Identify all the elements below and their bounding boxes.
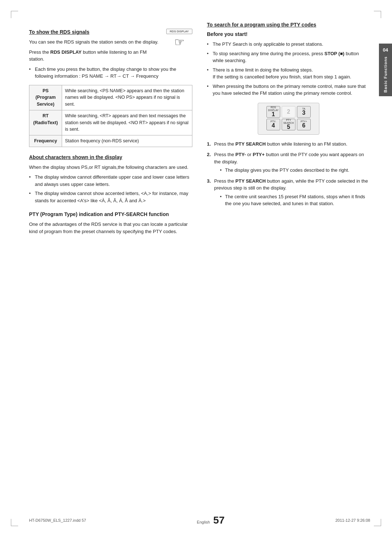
rds-display-bold: RDS DISPLAY: [50, 49, 82, 55]
page-number: 57: [213, 514, 225, 526]
before-start-heading: Before you start!: [207, 31, 370, 37]
table-label-freq: Frequency: [29, 135, 62, 147]
step3-num: 3.: [207, 178, 211, 185]
before-start-bullets: The PTY Search is only applicable to pre…: [207, 41, 370, 97]
step3-sub1: The centre unit searches 15 preset FM st…: [220, 193, 370, 207]
pty-steps-list: 1. Press the PTY SEARCH button while lis…: [207, 141, 370, 207]
remote-btn-4: PTY- 4: [266, 119, 280, 130]
step2-subbullets: The display gives you the PTY codes desc…: [214, 167, 370, 174]
pty-heading-text: PTY (Program Type) indication and PTY-SE…: [29, 211, 169, 217]
remote-btn3-num: 3: [302, 110, 306, 116]
pty-step3: 3. Press the PTY SEARCH button again, wh…: [207, 178, 370, 207]
remote-btn2-num: 2: [287, 109, 290, 115]
step3-subbullets: The centre unit searches 15 preset FM st…: [214, 193, 370, 207]
remote-btn6-num: 6: [302, 123, 306, 129]
step2-bold1: PTY-: [236, 152, 246, 157]
remote-btn-6: PTY+ 6: [297, 119, 311, 130]
rds-display-illustration: RDS DISPLAY ☞: [166, 29, 192, 49]
before-bullet4: When pressing the buttons on the primary…: [207, 83, 370, 97]
rds-table: PS(ProgramService) While searching, <PS …: [29, 85, 192, 147]
characters-para1: When the display shows PS,or RT signals,…: [29, 164, 192, 171]
remote-row1: RDS DISPLAY 1 2 TA 3: [261, 106, 316, 118]
step2-sub1: The display gives you the PTY codes desc…: [220, 167, 370, 174]
page-language: English: [197, 520, 210, 524]
characters-heading: About characters shown in the display: [29, 154, 192, 160]
table-row-rt: RT(RadioText) While searching, <RT> appe…: [29, 110, 192, 135]
page-language-number: English 57: [197, 514, 224, 526]
table-label-ps: PS(ProgramService): [29, 85, 62, 110]
remote-btn5-label: PTY SEARCH: [282, 119, 295, 124]
characters-section: About characters shown in the display Wh…: [29, 154, 192, 204]
rds-signals-section: To show the RDS signals You can see the …: [29, 29, 192, 147]
before-you-start-section: Before you start! The PTY Search is only…: [207, 31, 370, 97]
table-desc-rt: While searching, <RT> appears and then t…: [62, 110, 192, 135]
rds-bullet1: Each time you press the button, the disp…: [29, 66, 192, 80]
rds-display-label: RDS DISPLAY: [166, 29, 192, 34]
table-desc-ps: While searching, <PS NAME> appears and t…: [62, 85, 192, 110]
remote-btn1-num: 1: [272, 111, 275, 117]
table-row-freq: Frequency Station frequency (non-RDS ser…: [29, 135, 192, 147]
pty-step2: 2. Press the PTY- or PTY+ button until t…: [207, 151, 370, 174]
rds-para2: Press the RDS DISPLAY button while liste…: [29, 49, 192, 63]
remote-btn5-num: 5: [287, 124, 290, 130]
pty-heading: PTY (Program Type) indication and PTY-SE…: [29, 211, 192, 217]
step1-bold: PTY SEARCH: [236, 141, 266, 147]
step2-num: 2.: [207, 151, 211, 158]
pty-section: PTY (Program Type) indication and PTY-SE…: [29, 211, 192, 235]
before-bullet2: To stop searching any time during the pr…: [207, 50, 370, 64]
step1-num: 1.: [207, 141, 211, 148]
before-bullet1: The PTY Search is only applicable to pre…: [207, 41, 370, 48]
left-column: To show the RDS signals You can see the …: [29, 22, 192, 238]
remote-btn-5: PTY SEARCH 5: [282, 119, 295, 130]
hand-press-icon: ☞: [166, 35, 192, 49]
pty-para1: One of the advantages of the RDS service…: [29, 221, 192, 235]
remote-control-illustration: RDS DISPLAY 1 2 TA 3: [207, 103, 370, 135]
remote-btn-1: RDS DISPLAY 1: [266, 106, 280, 118]
characters-bullet2: The display window cannot show accented …: [29, 190, 192, 204]
remote-row2: PTY- 4 PTY SEARCH 5 PTY+ 6: [261, 119, 316, 130]
rds-bullet-list: Each time you press the button, the disp…: [29, 66, 192, 80]
remote-btn-3: TA 3: [297, 106, 311, 118]
pty-search-heading: To search for a program using the PTY co…: [207, 22, 370, 28]
characters-bullet1: The display window cannot differentiate …: [29, 174, 192, 188]
footer-date-info: 2011-12-27 9:26:08: [335, 518, 370, 522]
pty-search-heading-text: To search for a program using the PTY co…: [207, 22, 316, 28]
right-column: To search for a program using the PTY co…: [207, 22, 370, 238]
step3-bold: PTY SEARCH: [236, 178, 266, 184]
remote-btn1-label: RDS DISPLAY: [267, 106, 280, 111]
remote-svg-container: RDS DISPLAY 1 2 TA 3: [258, 103, 319, 135]
characters-bullet-list: The display window cannot differentiate …: [29, 174, 192, 204]
table-desc-freq: Station frequency (non-RDS service): [62, 135, 192, 147]
before-start-text: Before you start!: [207, 31, 248, 37]
pty-search-section: To search for a program using the PTY co…: [207, 22, 370, 207]
table-label-rt: RT(RadioText): [29, 110, 62, 135]
remote-btn4-num: 4: [272, 123, 275, 129]
step2-bold2: PTY+: [253, 152, 265, 157]
before-bullet3: There is a time limit in doing the follo…: [207, 66, 370, 81]
table-row-ps: PS(ProgramService) While searching, <PS …: [29, 85, 192, 110]
remote-btn-2: 2: [282, 106, 295, 118]
pty-step1: 1. Press the PTY SEARCH button while lis…: [207, 141, 370, 148]
page-footer: HT-D6750W_ELS_1227.indd 57 English 57 20…: [0, 514, 392, 526]
footer-file-info: HT-D6750W_ELS_1227.indd 57: [29, 518, 86, 522]
